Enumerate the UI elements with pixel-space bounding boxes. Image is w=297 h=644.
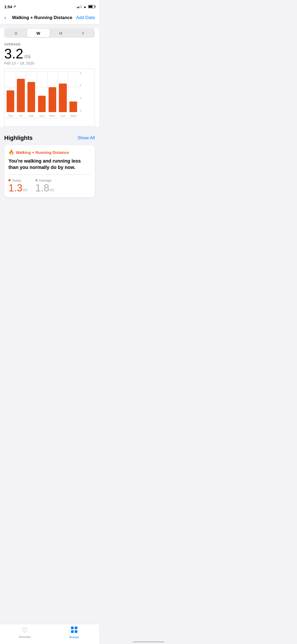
- average-label: AVERAGE: [4, 43, 95, 46]
- average-stat: Average 1.8 mi: [35, 178, 54, 193]
- average-value: 1.8: [35, 183, 49, 193]
- average-stat-label: Average: [35, 178, 54, 182]
- card-message: You're walking and running less than you…: [8, 158, 91, 171]
- page-title: Walking + Running Distance: [8, 15, 76, 20]
- bar-mon: [49, 87, 56, 112]
- status-bar: 1:54 ↗ ▲: [0, 0, 99, 12]
- today-label: Today: [8, 178, 27, 182]
- period-year[interactable]: Y: [72, 29, 94, 37]
- bar-label-mon: Mon: [48, 114, 57, 117]
- bar-sat: [27, 82, 35, 112]
- highlight-card: 🔥 Walking + Running Distance You're walk…: [4, 145, 95, 197]
- bar-label-fri: Fri: [16, 114, 26, 117]
- period-selector: D W M Y: [4, 28, 95, 38]
- bar-col-wed: Wed: [68, 71, 78, 112]
- location-icon: ↗: [13, 5, 16, 8]
- status-icons: ▲: [77, 5, 95, 9]
- back-button[interactable]: ‹: [4, 15, 6, 21]
- add-data-button[interactable]: Add Data: [76, 15, 95, 20]
- fire-icon: 🔥: [8, 149, 14, 155]
- bar-col-mon: Mon: [48, 71, 57, 112]
- highlights-section: Highlights Show All 🔥 Walking + Running …: [0, 129, 99, 201]
- bar-col-tue: Tue: [58, 71, 68, 112]
- bars-container: Thu Fri Sat Sun: [4, 71, 79, 112]
- bar-col-thu: Thu: [6, 71, 15, 112]
- average-value: 3.2 mi: [4, 47, 95, 61]
- bar-chart: 6 4 2 0 Thu Fri: [4, 68, 95, 127]
- bar-wed: [69, 102, 77, 112]
- today-value: 1.3: [8, 183, 22, 193]
- y-label-6: 6: [80, 71, 86, 75]
- header: ‹ Walking + Running Distance Add Data: [0, 12, 99, 25]
- bar-label-thu: Thu: [6, 114, 15, 117]
- y-label-0: 0: [80, 109, 86, 112]
- bar-label-tue: Tue: [58, 114, 68, 117]
- average-number: 3.2: [4, 47, 23, 61]
- card-stats: Today 1.3 mi Average 1.8 mi: [8, 178, 91, 193]
- bar-label-sun: Sun: [37, 114, 47, 117]
- battery-icon: [88, 5, 95, 8]
- bar-sun: [38, 96, 46, 112]
- show-all-button[interactable]: Show All: [78, 135, 95, 141]
- status-time: 1:54 ↗: [4, 4, 16, 9]
- highlights-header: Highlights Show All: [4, 135, 95, 141]
- card-divider: [8, 174, 91, 175]
- section-divider: [0, 127, 99, 129]
- bar-label-wed: Wed: [68, 114, 78, 117]
- bar-col-sun: Sun: [37, 71, 47, 112]
- category-name: Walking + Running Distance: [16, 150, 69, 155]
- period-day[interactable]: D: [5, 29, 27, 37]
- bar-col-fri: Fri: [16, 71, 26, 112]
- today-stat: Today 1.3 mi: [8, 178, 27, 193]
- bar-label-sat: Sat: [26, 114, 36, 117]
- average-dot: [35, 179, 37, 181]
- y-label-4: 4: [80, 84, 86, 87]
- average-unit: mi: [50, 188, 54, 192]
- y-label-2: 2: [80, 96, 86, 100]
- today-dot: [8, 179, 11, 181]
- bar-col-sat: Sat: [26, 71, 36, 112]
- today-unit: mi: [23, 188, 27, 192]
- highlights-title: Highlights: [4, 135, 33, 141]
- period-month[interactable]: M: [50, 29, 72, 37]
- period-week[interactable]: W: [27, 29, 50, 37]
- bar-thu: [7, 90, 14, 112]
- signal-icon: [77, 5, 82, 8]
- date-range: Feb 13 – 19, 2020: [4, 61, 95, 65]
- card-category: 🔥 Walking + Running Distance: [8, 149, 91, 155]
- wifi-icon: ▲: [83, 5, 87, 9]
- main-content: D W M Y AVERAGE 3.2 mi Feb 13 – 19, 2020…: [0, 28, 99, 127]
- bar-tue: [59, 84, 67, 112]
- bar-fri: [17, 79, 25, 112]
- average-value-row: 1.8 mi: [35, 183, 54, 193]
- average-unit: mi: [24, 53, 30, 60]
- today-value-row: 1.3 mi: [8, 183, 27, 193]
